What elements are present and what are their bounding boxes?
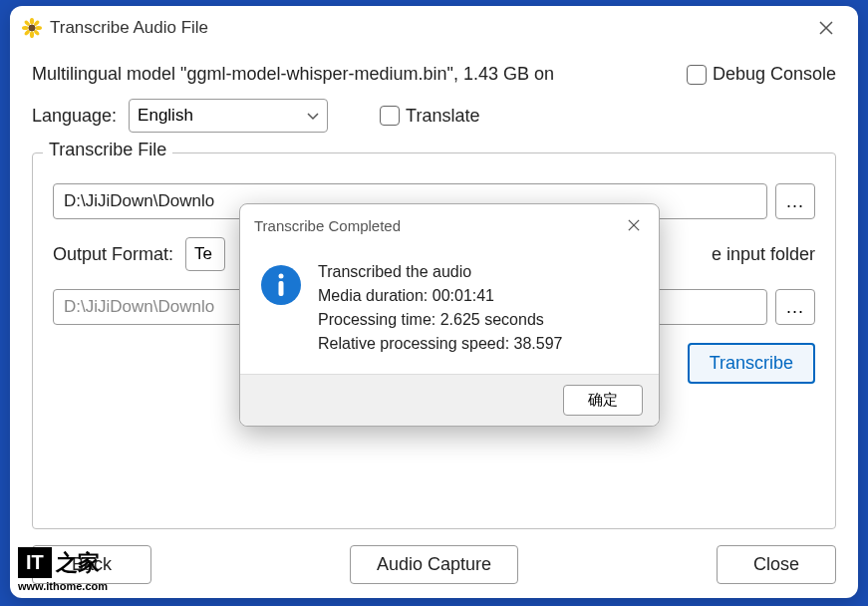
dialog-line4: Relative processing speed: 38.597 [318, 332, 563, 356]
debug-console-label: Debug Console [713, 64, 836, 85]
language-select[interactable]: English [129, 99, 328, 133]
output-format-select[interactable]: Te [185, 237, 225, 271]
dialog-titlebar: Transcribe Completed [240, 204, 659, 244]
transcribe-completed-dialog: Transcribe Completed Transcribed the aud… [239, 203, 660, 427]
dialog-close-icon[interactable] [619, 210, 649, 240]
dialog-message: Transcribed the audio Media duration: 00… [318, 260, 563, 356]
svg-rect-12 [279, 281, 284, 296]
dialog-title: Transcribe Completed [254, 217, 619, 234]
dialog-ok-button[interactable]: 确定 [563, 385, 643, 416]
dialog-line1: Transcribed the audio [318, 260, 563, 284]
fieldset-legend: Transcribe File [43, 140, 172, 160]
output-format-value: Te [194, 244, 212, 264]
language-value: English [138, 106, 193, 126]
debug-console-checkbox[interactable] [687, 65, 707, 85]
info-icon [260, 264, 302, 306]
debug-console-checkbox-wrap[interactable]: Debug Console [687, 64, 836, 85]
titlebar: Transcribe Audio File [10, 6, 858, 50]
audio-capture-button[interactable]: Audio Capture [350, 545, 518, 584]
translate-label: Translate [406, 106, 479, 127]
close-icon[interactable] [810, 12, 842, 44]
svg-point-11 [279, 274, 284, 279]
browse-output-button[interactable]: ... [775, 289, 815, 325]
sunflower-icon [22, 18, 42, 38]
svg-point-4 [35, 26, 42, 30]
browse-input-button[interactable]: ... [775, 183, 815, 219]
svg-point-3 [22, 26, 29, 30]
window-title: Transcribe Audio File [50, 18, 810, 38]
model-info-text: Multilingual model "ggml-model-whisper-m… [32, 64, 675, 85]
translate-checkbox-wrap[interactable]: Translate [380, 106, 479, 127]
svg-point-1 [30, 18, 34, 25]
language-label: Language: [32, 106, 117, 127]
chevron-down-icon [307, 106, 319, 126]
svg-point-2 [30, 31, 34, 38]
dialog-line2: Media duration: 00:01:41 [318, 284, 563, 308]
output-format-label: Output Format: [53, 244, 173, 265]
dialog-line3: Processing time: 2.625 seconds [318, 308, 563, 332]
translate-checkbox[interactable] [380, 106, 400, 126]
close-button[interactable]: Close [717, 545, 836, 584]
svg-point-9 [29, 25, 36, 32]
back-button[interactable]: Back [32, 545, 151, 584]
transcribe-button[interactable]: Transcribe [688, 343, 815, 384]
place-in-folder-text: e input folder [712, 244, 815, 265]
